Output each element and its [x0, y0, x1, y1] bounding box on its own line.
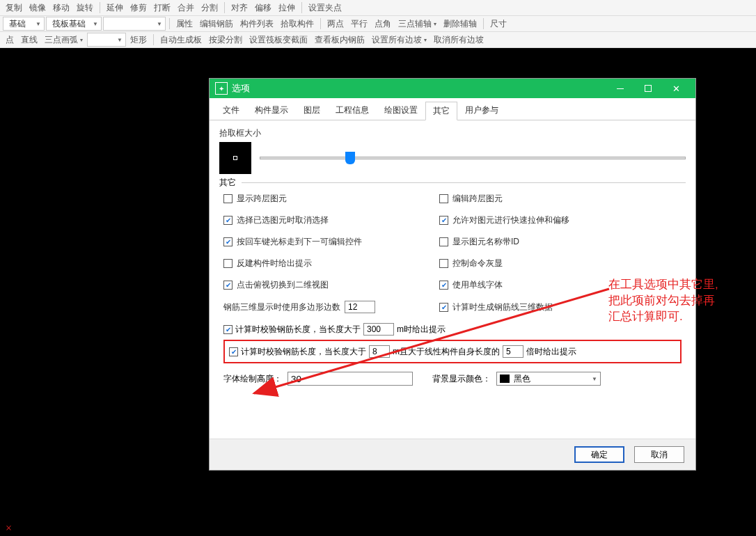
break-button[interactable]: 打断	[151, 1, 173, 15]
pick-size-label: 拾取框大小	[219, 127, 686, 139]
opt-calc-check-len-1: 计算时校验钢筋长度，当长度大于 m时给出提示	[223, 323, 682, 336]
dialog-titlebar[interactable]: ✦ 选项 ✕	[210, 79, 695, 98]
rect-button[interactable]: 矩形	[127, 33, 150, 47]
toolbar-row-2: 基础▼ 筏板基础▼ ▼ 属性 编辑钢筋 构件列表 拾取构件 两点 平行 点角 三…	[0, 16, 756, 32]
point-angle-button[interactable]: 点角	[372, 17, 394, 31]
opt-enter-moves-next[interactable]: 按回车键光标走到下一可编辑控件	[223, 236, 432, 248]
base-dropdown[interactable]: 基础▼	[3, 17, 45, 31]
chevron-down-icon: ▼	[592, 376, 597, 382]
edit-rebar-button[interactable]: 编辑钢筋	[197, 17, 236, 31]
pick-component-button[interactable]: 拾取构件	[278, 17, 317, 31]
three-point-arc-button[interactable]: 三点画弧▾	[42, 33, 86, 47]
dialog-icon: ✦	[215, 82, 228, 95]
trim-button[interactable]: 修剪	[127, 1, 150, 15]
offset-button[interactable]: 偏移	[252, 1, 274, 15]
opt-single-line-font[interactable]: 使用单线字体	[439, 279, 682, 291]
empty-dropdown[interactable]: ▼	[103, 17, 166, 31]
tab-draw-settings[interactable]: 绘图设置	[377, 101, 425, 120]
opt-show-name-id[interactable]: 显示图元名称带ID	[439, 236, 682, 248]
other-fieldset: 其它 显示跨层图元 编辑跨层图元 选择已选图元时取消选择 允许对图元进行快速拉伸…	[219, 182, 686, 432]
opt-edit-cross-layer[interactable]: 编辑跨层图元	[439, 193, 682, 205]
dialog-body: 拾取框大小 其它 显示跨层图元 编辑跨层图元 选择已选图元时取消选择 允许对图元…	[210, 120, 695, 439]
bg-color-select[interactable]: 黑色 ▼	[496, 372, 601, 386]
rotate-button[interactable]: 旋转	[74, 1, 96, 15]
opt-reverse-prompt[interactable]: 反建构件时给出提示	[223, 258, 432, 269]
line-button[interactable]: 直线	[18, 33, 40, 47]
tab-user-params[interactable]: 用户参与	[457, 101, 506, 120]
auto-slab-button[interactable]: 自动生成板	[157, 33, 205, 47]
opt-select-cancel[interactable]: 选择已选图元时取消选择	[223, 214, 432, 226]
other-legend: 其它	[219, 177, 242, 189]
opt-click-ortho-2d[interactable]: 点击俯视切换到二维视图	[223, 279, 432, 291]
delete-axis-button[interactable]: 删除辅轴	[441, 17, 480, 31]
copy-button[interactable]: 复制	[3, 1, 25, 15]
options-dialog: ✦ 选项 ✕ 文件 构件显示 图层 工程信息 绘图设置 其它 用户参与 拾取框大…	[209, 78, 696, 471]
chevron-down-icon: ▾	[80, 37, 83, 43]
opt-show-cross-layer[interactable]: 显示跨层图元	[223, 193, 432, 205]
checkbox-calc-check-1[interactable]	[223, 325, 233, 334]
chevron-down-icon: ▼	[117, 37, 123, 43]
stretch-button[interactable]: 拉伸	[276, 1, 298, 15]
opt-ctrl-cmd-gray[interactable]: 控制命令灰显	[439, 258, 682, 269]
extend-button[interactable]: 延伸	[104, 1, 126, 15]
opt-rebar-3d-poly: 钢筋三维显示时使用多边形边数	[223, 301, 432, 313]
cancel-all-edges-button[interactable]: 取消所有边坡	[431, 33, 487, 47]
set-base-point-button[interactable]: 设置夹点	[306, 1, 345, 15]
view-slab-rebar-button[interactable]: 查看板内钢筋	[312, 33, 368, 47]
mirror-button[interactable]: 镜像	[26, 1, 49, 15]
slider-thumb[interactable]	[345, 152, 355, 164]
cancel-button[interactable]: 取消	[634, 446, 684, 463]
merge-button[interactable]: 合并	[175, 1, 197, 15]
bottom-settings-row: 字体绘制高度： 背景显示颜色： 黑色 ▼	[223, 372, 682, 386]
rebar-3d-poly-input[interactable]	[345, 301, 375, 313]
set-all-edges-button[interactable]: 设置所有边坡▾	[369, 33, 430, 47]
component-list-button[interactable]: 构件列表	[237, 17, 276, 31]
dialog-title-text: 选项	[232, 82, 606, 95]
opt-allow-quick-stretch[interactable]: 允许对图元进行快速拉伸和偏移	[439, 214, 682, 226]
dialog-footer: 确定 取消	[210, 439, 695, 470]
chevron-down-icon: ▾	[424, 37, 427, 43]
opt-calc-check-len-2: 计算时校验钢筋长度，当长度大于 m且大于线性构件自身长度的 倍时给出提示	[229, 345, 676, 358]
text-height-label: 字体绘制高度：	[223, 373, 282, 385]
move-button[interactable]: 移动	[50, 1, 72, 15]
dialog-tabs: 文件 构件显示 图层 工程信息 绘图设置 其它 用户参与	[210, 98, 695, 120]
split-by-beam-button[interactable]: 按梁分割	[206, 33, 245, 47]
pick-preview	[219, 142, 251, 174]
chevron-down-icon: ▾	[434, 21, 436, 27]
tab-project-info[interactable]: 工程信息	[328, 101, 377, 120]
three-point-axis-button[interactable]: 三点辅轴▾	[395, 17, 439, 31]
toolbar-row-1: 复制 镜像 移动 旋转 延伸 修剪 打断 合并 分割 对齐 偏移 拉伸 设置夹点	[0, 0, 756, 16]
properties-button[interactable]: 属性	[173, 17, 196, 31]
tab-layer[interactable]: 图层	[296, 101, 328, 120]
bg-color-label: 背景显示颜色：	[432, 373, 491, 385]
pick-size-slider[interactable]	[260, 157, 686, 159]
tab-other[interactable]: 其它	[425, 102, 457, 120]
color-swatch-icon	[500, 375, 510, 383]
point-button[interactable]: 点	[3, 33, 17, 47]
toolbar-row-3: 点 直线 三点画弧▾ ▼ 矩形 自动生成板 按梁分割 设置筏板变截面 查看板内钢…	[0, 32, 756, 48]
corner-mark: ×	[6, 522, 12, 535]
checkbox-calc-check-2[interactable]	[229, 347, 238, 356]
opt-calc-gen-3d[interactable]: 计算时生成钢筋线三维数据	[439, 301, 682, 313]
minimize-button[interactable]	[606, 79, 634, 98]
maximize-button[interactable]	[634, 79, 662, 98]
calc-check-len1-input[interactable]	[363, 323, 394, 336]
calc-check-len2-mult-input[interactable]	[503, 345, 523, 358]
parallel-button[interactable]: 平行	[348, 17, 370, 31]
align-button[interactable]: 对齐	[228, 1, 251, 15]
tab-file[interactable]: 文件	[215, 101, 247, 120]
raft-base-dropdown[interactable]: 筏板基础▼	[46, 17, 102, 31]
empty-dropdown-2[interactable]: ▼	[87, 33, 126, 47]
split-button[interactable]: 分割	[198, 1, 221, 15]
chevron-down-icon: ▼	[36, 21, 41, 27]
close-button[interactable]: ✕	[662, 79, 690, 98]
calc-check-len2-input[interactable]	[369, 345, 390, 358]
tab-component-display[interactable]: 构件显示	[247, 101, 296, 120]
highlighted-option: 计算时校验钢筋长度，当长度大于 m且大于线性构件自身长度的 倍时给出提示	[223, 340, 682, 363]
dimension-button[interactable]: 尺寸	[487, 17, 510, 31]
set-raft-section-button[interactable]: 设置筏板变截面	[246, 33, 310, 47]
ok-button[interactable]: 确定	[574, 446, 624, 463]
two-point-button[interactable]: 两点	[324, 17, 347, 31]
chevron-down-icon: ▼	[157, 21, 162, 27]
text-height-input[interactable]	[288, 372, 413, 386]
